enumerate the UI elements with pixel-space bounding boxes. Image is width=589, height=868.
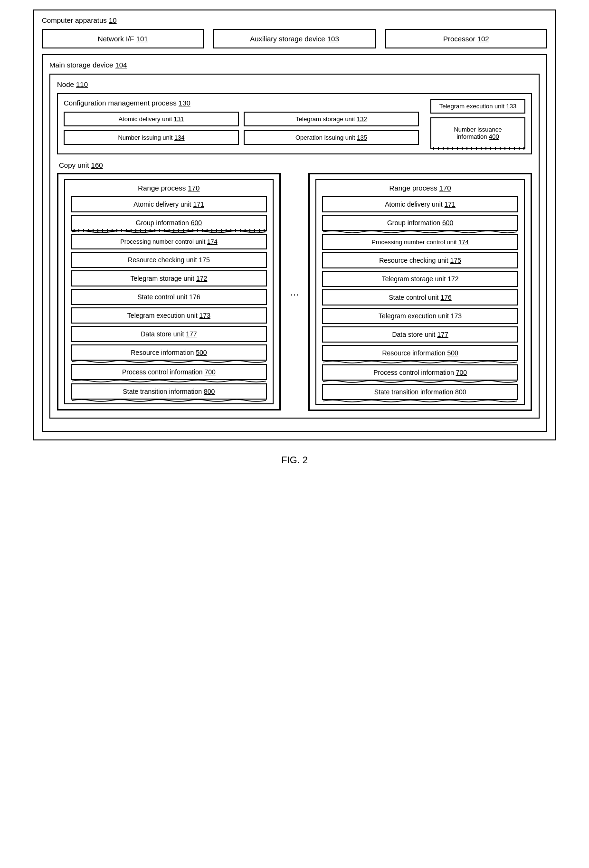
atomic-delivery-171-left: Atomic delivery unit 171 (71, 196, 267, 212)
range-process-left-title: Range process 170 (71, 184, 267, 192)
range-col-left-inner: Range process 170 Atomic delivery unit 1… (64, 179, 274, 404)
range-col-right-inner: Range process 170 Atomic delivery unit 1… (315, 179, 525, 405)
state-control-176-left: State control unit 176 (71, 289, 267, 305)
data-store-177-right: Data store unit 177 (322, 326, 518, 343)
telegram-exec-173-left: Telegram execution unit 173 (71, 307, 267, 324)
processing-num-174-left: Processing number control unit 174 (71, 234, 267, 249)
range-columns: Range process 170 Atomic delivery unit 1… (57, 173, 532, 411)
top-components-row: Network I/F 101 Auxiliary storage device… (42, 29, 547, 48)
range-process-right-title: Range process 170 (322, 184, 518, 192)
ellipsis: ... (286, 286, 303, 298)
resource-checking-175-right: Resource checking unit 175 (322, 252, 518, 268)
telegram-storage-172-right: Telegram storage unit 172 (322, 271, 518, 287)
operation-issuing-135-box: Operation issuing unit 135 (244, 130, 419, 145)
processing-num-174-right: Processing number control unit 174 (322, 234, 518, 250)
state-trans-800-left: State transition information 800 (71, 383, 267, 400)
group-info-600-right: Group information 600 (322, 215, 518, 231)
number-issuing-134-box: Number issuing unit 134 (64, 130, 239, 145)
process-ctrl-700-left: Process control information 700 (71, 364, 267, 380)
resource-checking-175-left: Resource checking unit 175 (71, 252, 267, 268)
main-storage-box: Main storage device 104 Node 110 Configu… (42, 54, 547, 432)
resource-info-500-right: Resource information 500 (322, 345, 518, 361)
main-storage-label: Main storage device 104 (49, 61, 540, 69)
copy-unit-label: Copy unit 160 (59, 161, 532, 169)
telegram-storage-172-left: Telegram storage unit 172 (71, 270, 267, 286)
network-if-box: Network I/F 101 (42, 29, 204, 48)
processor-box: Processor 102 (385, 29, 547, 48)
config-process-label: Configuration management process 130 (64, 99, 419, 107)
atomic-delivery-171-right: Atomic delivery unit 171 (322, 196, 518, 212)
node-label: Node 110 (57, 80, 532, 88)
resource-info-500-left: Resource information 500 (71, 344, 267, 361)
process-ctrl-700-right: Process control information 700 (322, 364, 518, 381)
fig-caption: FIG. 2 (33, 455, 556, 466)
diagram: Computer apparatus 10 Network I/F 101 Au… (33, 10, 556, 466)
computer-apparatus-box: Computer apparatus 10 Network I/F 101 Au… (33, 10, 556, 440)
range-col-left: Range process 170 Atomic delivery unit 1… (57, 173, 281, 410)
node-box: Node 110 Configuration management proces… (49, 74, 540, 419)
telegram-execution-133-box: Telegram execution unit 133 (430, 99, 525, 114)
data-store-177-left: Data store unit 177 (71, 326, 267, 342)
range-col-right: Range process 170 Atomic delivery unit 1… (308, 173, 532, 411)
state-control-176-right: State control unit 176 (322, 289, 518, 305)
computer-apparatus-label: Computer apparatus 10 (42, 16, 547, 24)
state-trans-800-right: State transition information 800 (322, 384, 518, 400)
config-management-box: Configuration management process 130 Ato… (57, 93, 532, 154)
atomic-delivery-131-box: Atomic delivery unit 131 (64, 112, 239, 126)
telegram-storage-132-box: Telegram storage unit 132 (244, 112, 419, 126)
auxiliary-storage-box: Auxiliary storage device 103 (213, 29, 375, 48)
telegram-exec-173-right: Telegram execution unit 173 (322, 308, 518, 324)
number-issuance-400-box: Number issuance information 400 (430, 117, 525, 149)
group-info-600-left: Group information 600 (71, 215, 267, 231)
